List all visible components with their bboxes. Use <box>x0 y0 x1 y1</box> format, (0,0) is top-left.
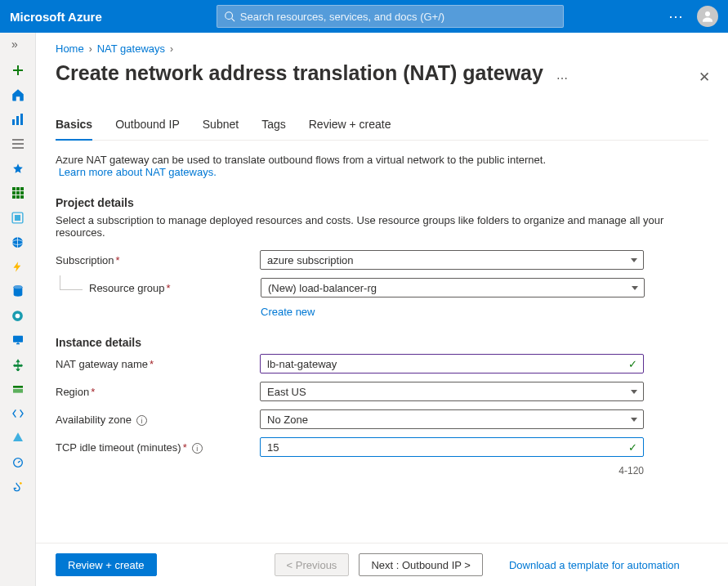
app-services-icon[interactable] <box>10 234 26 250</box>
chevron-right-icon: › <box>89 43 92 55</box>
section-instance-details-title: Instance details <box>56 336 708 349</box>
svg-rect-12 <box>16 187 20 190</box>
svg-rect-17 <box>12 195 16 199</box>
cosmos-db-icon[interactable] <box>10 307 26 324</box>
region-select[interactable]: East US <box>260 382 644 401</box>
load-balancers-icon[interactable] <box>10 356 26 373</box>
previous-button: < Previous <box>275 553 350 576</box>
tcp-idle-timeout-input[interactable]: 15 <box>260 437 644 457</box>
all-resources-icon[interactable] <box>10 185 26 201</box>
availability-zone-label: Availability zonei <box>56 414 260 426</box>
all-services-icon[interactable] <box>10 136 26 152</box>
check-icon: ✓ <box>628 441 637 454</box>
section-project-details-desc: Select a subscription to manage deployed… <box>56 214 708 239</box>
top-header: Microsoft Azure ⋯ <box>0 0 728 33</box>
svg-rect-13 <box>20 187 24 190</box>
svg-rect-18 <box>16 195 20 199</box>
tab-bar: Basics Outbound IP Subnet Tags Review + … <box>56 118 708 141</box>
svg-rect-16 <box>20 191 24 195</box>
virtual-networks-icon[interactable] <box>10 405 26 422</box>
svg-rect-21 <box>16 215 20 220</box>
review-create-button[interactable]: Review + create <box>56 553 157 576</box>
resource-group-select[interactable]: (New) load-balancer-rg <box>261 278 645 297</box>
check-icon: ✓ <box>628 358 637 370</box>
breadcrumb-home[interactable]: Home <box>56 42 84 55</box>
tab-basics[interactable]: Basics <box>56 118 92 141</box>
svg-rect-30 <box>16 343 20 344</box>
svg-rect-29 <box>13 336 23 342</box>
more-actions-icon[interactable]: ⋯ <box>556 72 568 85</box>
collapse-rail-icon[interactable]: » <box>8 38 18 51</box>
home-icon[interactable] <box>10 87 26 103</box>
svg-point-0 <box>226 12 233 20</box>
svg-rect-19 <box>20 195 24 199</box>
svg-rect-14 <box>12 191 16 195</box>
timeout-range-hint: 4-120 <box>56 465 644 476</box>
section-project-details-title: Project details <box>56 196 708 209</box>
resource-group-label: Resource group* <box>89 282 261 294</box>
learn-more-link[interactable]: Learn more about NAT gateways. <box>59 166 217 178</box>
info-icon[interactable]: i <box>192 443 203 454</box>
subscription-label: Subscription* <box>56 254 260 266</box>
intro-body: Azure NAT gateway can be used to transla… <box>56 154 546 166</box>
more-menu-icon[interactable]: ⋯ <box>668 7 684 25</box>
breadcrumb-nat-gateways[interactable]: NAT gateways <box>97 42 165 55</box>
svg-rect-15 <box>16 191 20 195</box>
svg-point-2 <box>705 11 710 16</box>
close-blade-icon[interactable]: ✕ <box>699 69 710 86</box>
resource-groups-icon[interactable] <box>10 209 26 226</box>
tab-outbound-ip[interactable]: Outbound IP <box>115 118 180 140</box>
svg-rect-32 <box>13 386 23 388</box>
svg-rect-33 <box>13 389 23 393</box>
create-new-rg-link[interactable]: Create new <box>261 306 708 318</box>
svg-rect-7 <box>20 114 23 125</box>
storage-accounts-icon[interactable] <box>10 381 26 397</box>
next-button[interactable]: Next : Outbound IP > <box>359 553 483 576</box>
svg-rect-6 <box>16 116 19 125</box>
left-nav-rail: » <box>0 33 36 586</box>
svg-rect-11 <box>12 187 16 190</box>
global-search[interactable] <box>217 5 564 28</box>
function-app-icon[interactable] <box>10 258 26 275</box>
nat-gateway-name-label: NAT gateway name* <box>56 358 260 370</box>
svg-point-28 <box>16 313 20 318</box>
tab-tags[interactable]: Tags <box>261 118 286 140</box>
intro-text: Azure NAT gateway can be used to transla… <box>56 154 708 178</box>
info-icon[interactable]: i <box>136 415 147 426</box>
main-panel: ✕ Home › NAT gateways › Create network a… <box>36 33 728 586</box>
region-label: Region* <box>56 386 260 398</box>
svg-point-26 <box>13 285 22 289</box>
subscription-select[interactable]: azure subscription <box>260 250 644 270</box>
search-input[interactable] <box>240 11 556 23</box>
svg-line-1 <box>231 19 234 22</box>
tab-subnet[interactable]: Subnet <box>203 118 239 140</box>
wizard-footer: Review + create < Previous Next : Outbou… <box>36 543 728 586</box>
brand-text: Microsoft Azure <box>10 10 102 24</box>
virtual-machines-icon[interactable] <box>10 332 26 348</box>
avatar[interactable] <box>697 6 718 27</box>
download-template-link[interactable]: Download a template for automation <box>509 559 680 571</box>
sql-databases-icon[interactable] <box>10 283 26 299</box>
breadcrumb: Home › NAT gateways › <box>56 42 708 55</box>
favorites-icon[interactable] <box>10 160 26 177</box>
azure-ad-icon[interactable] <box>10 430 26 446</box>
search-icon <box>224 11 235 22</box>
availability-zone-select[interactable]: No Zone <box>260 409 644 429</box>
tree-line-icon <box>60 275 83 290</box>
tcp-idle-timeout-label: TCP idle timeout (minutes)*i <box>56 441 260 454</box>
svg-rect-5 <box>12 119 15 125</box>
person-icon <box>700 9 715 24</box>
page-title: Create network address translation (NAT)… <box>56 61 543 85</box>
monitor-icon[interactable] <box>10 454 26 471</box>
chevron-right-icon: › <box>170 43 173 55</box>
create-resource-icon[interactable] <box>10 62 26 78</box>
svg-point-35 <box>20 482 22 485</box>
nat-gateway-name-input[interactable]: lb-nat-gateway <box>260 354 644 374</box>
advisor-icon[interactable] <box>10 479 26 495</box>
tab-review-create[interactable]: Review + create <box>309 118 391 140</box>
dashboard-icon[interactable] <box>10 111 26 127</box>
